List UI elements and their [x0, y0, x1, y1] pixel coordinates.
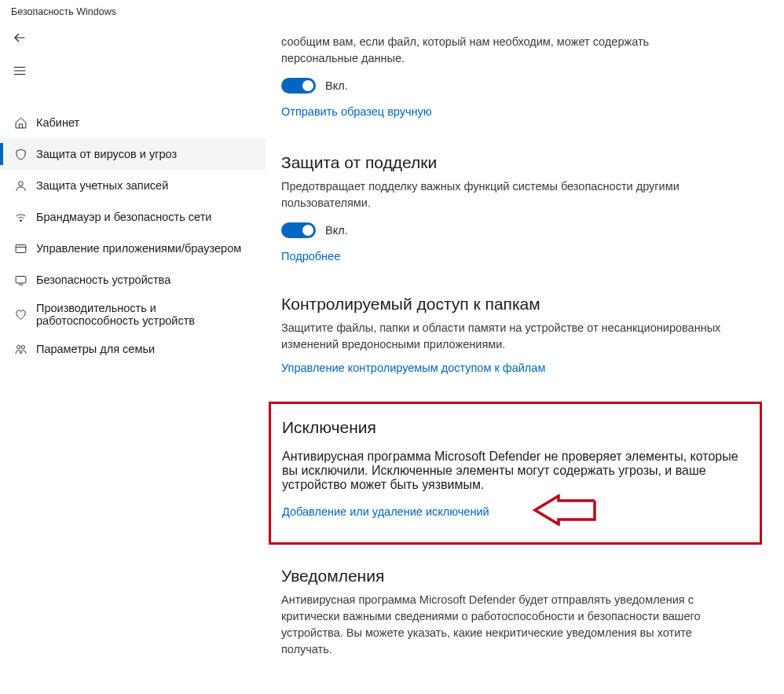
tamper-learn-more-link[interactable]: Подробнее	[281, 250, 340, 263]
family-icon	[9, 343, 31, 356]
notifications-desc: Антивирусная программа Microsoft Defende…	[281, 592, 721, 658]
sidebar-item-label: Параметры для семьи	[36, 343, 155, 355]
sidebar-item-label: Производительность и работоспособность у…	[36, 302, 240, 327]
nav-list: Кабинет Защита от вирусов и угроз Защита…	[0, 107, 266, 365]
submit-sample-link[interactable]: Отправить образец вручную	[281, 105, 432, 118]
sidebar-item-virus-protection[interactable]: Защита от вирусов и угроз	[0, 138, 266, 170]
exclusions-highlight-annotation: Исключения Антивирусная программа Micros…	[269, 402, 762, 545]
svg-point-4	[18, 181, 23, 185]
sample-submit-toggle[interactable]	[281, 78, 316, 94]
sidebar-item-app-browser-control[interactable]: Управление приложениями/браузером	[0, 233, 266, 264]
svg-point-10	[16, 345, 20, 348]
sidebar-item-device-security[interactable]: Безопасность устройства	[0, 264, 266, 296]
toggle-label: Вкл.	[325, 224, 348, 237]
sidebar-item-label: Кабинет	[36, 116, 79, 129]
sidebar-item-label: Защита от вирусов и угроз	[36, 148, 177, 160]
sidebar: Безопасность Windows	[0, 0, 266, 694]
sidebar-item-family-options[interactable]: Параметры для семьи	[0, 333, 266, 365]
tamper-protection-toggle[interactable]	[281, 222, 316, 238]
notifications-heading: Уведомления	[281, 567, 762, 586]
shield-icon	[9, 148, 31, 161]
exclusions-desc: Антивирусная программа Microsoft Defende…	[282, 450, 744, 492]
svg-point-11	[21, 345, 24, 348]
toggle-label: Вкл.	[325, 79, 348, 92]
sidebar-item-account-protection[interactable]: Защита учетных записей	[0, 170, 266, 201]
hamburger-menu-button[interactable]	[0, 55, 266, 90]
sidebar-item-firewall[interactable]: Брандмауэр и безопасность сети	[0, 201, 266, 233]
svg-rect-6	[16, 244, 26, 252]
add-remove-exclusions-link[interactable]: Добавление или удаление исключений	[282, 505, 489, 518]
sidebar-item-label: Управление приложениями/браузером	[36, 242, 241, 255]
window-title: Безопасность Windows	[0, 0, 266, 24]
sample-submit-intro: сообщим вам, если файл, который нам необ…	[281, 34, 721, 67]
home-icon	[9, 116, 31, 130]
sidebar-item-home[interactable]: Кабинет	[0, 107, 266, 138]
tamper-protection-heading: Защита от подделки	[281, 153, 762, 172]
sidebar-item-label: Безопасность устройства	[36, 274, 170, 286]
sidebar-item-device-performance[interactable]: Производительность и работоспособность у…	[0, 296, 266, 333]
tamper-protection-desc: Предотвращает подделку важных функций си…	[281, 178, 721, 211]
device-icon	[9, 274, 31, 287]
back-button[interactable]	[0, 24, 266, 55]
exclusions-heading: Исключения	[282, 418, 744, 437]
hamburger-icon	[13, 64, 27, 81]
person-icon	[9, 179, 31, 193]
main-content: сообщим вам, если файл, который нам необ…	[266, 0, 784, 694]
sidebar-item-label: Защита учетных записей	[36, 179, 168, 192]
svg-rect-8	[16, 276, 26, 283]
folder-access-manage-link[interactable]: Управление контролируемым доступом к фай…	[281, 362, 545, 374]
wifi-icon	[9, 211, 31, 224]
back-arrow-icon	[13, 31, 27, 48]
svg-point-5	[20, 219, 21, 221]
arrow-annotation-icon	[502, 494, 596, 529]
app-icon	[9, 242, 31, 255]
sidebar-item-label: Брандмауэр и безопасность сети	[36, 211, 211, 223]
folder-access-heading: Контролируемый доступ к папкам	[281, 295, 762, 314]
folder-access-desc: Защитите файлы, папки и области памяти н…	[281, 320, 721, 353]
heart-icon	[9, 308, 31, 321]
